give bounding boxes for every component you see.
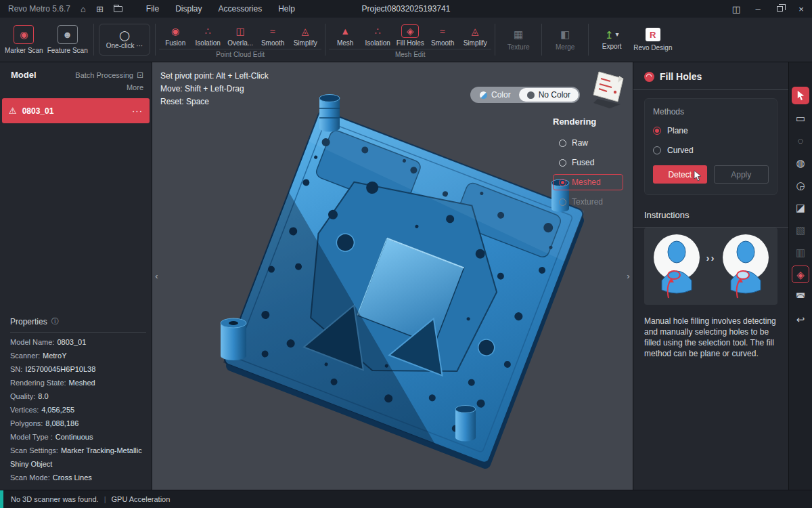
property-row: Polygons:8,088,186 <box>10 417 146 430</box>
model-list-item[interactable]: ⚠ 0803_01 ··· <box>2 98 150 123</box>
color-toggle[interactable]: Color No Color <box>470 87 580 103</box>
tool-fusion[interactable]: ◉ Fusion <box>159 24 191 47</box>
brush-select-tool[interactable]: ▧ <box>792 221 809 238</box>
fill-holes-strip-tool[interactable]: ◈ <box>792 266 809 283</box>
delete-select-tool[interactable]: ▥ <box>792 243 809 261</box>
rendering-title: Rendering <box>553 117 623 127</box>
tool-pc-simplify[interactable]: ◬ Simplify <box>289 24 321 47</box>
tool-mesh-smooth[interactable]: ≈ Smooth <box>426 24 459 47</box>
home-icon[interactable]: ⌂ <box>81 5 86 14</box>
simplify-icon: ◬ <box>302 26 309 36</box>
viewport-hints: Set pivot point: Alt + Left-Click Move: … <box>160 70 269 108</box>
export-icon: ↥ <box>605 30 614 40</box>
open-folder-icon[interactable] <box>114 6 122 12</box>
menu-display[interactable]: Display <box>175 4 202 14</box>
rendering-option-fused[interactable]: Fused <box>553 154 623 171</box>
close-button[interactable]: × <box>790 0 812 18</box>
menu-file[interactable]: File <box>146 4 159 14</box>
divider <box>633 89 788 90</box>
smooth-icon: ≈ <box>270 26 275 36</box>
rendering-option-meshed[interactable]: Meshed <box>553 174 623 190</box>
lasso-select-tool[interactable]: ◌ <box>792 131 809 149</box>
mesh-edit-group: ▲ Mesh ∴ Isolation ◈ Fill Holes ≈ Smooth… <box>329 18 491 62</box>
tool-mesh[interactable]: ▲ Mesh <box>329 24 361 47</box>
model-panel-title: Model <box>11 70 37 80</box>
panels-toggle-icon[interactable]: ◫ <box>725 0 747 18</box>
invert-select-tool[interactable]: ◪ <box>792 198 809 216</box>
rect-select-tool[interactable]: ▭ <box>792 109 809 127</box>
batch-processing-icon: ⊡ <box>137 70 143 80</box>
status-separator: | <box>104 495 106 503</box>
marker-scan-button[interactable]: ◉ Marker Scan <box>3 18 45 62</box>
property-row: Scanner:MetroY <box>10 349 146 362</box>
menu-accessories[interactable]: Accessories <box>219 4 263 14</box>
bridge-tool[interactable]: ◚ <box>792 288 809 305</box>
apply-button[interactable]: Apply <box>714 165 769 184</box>
undo-tool[interactable]: ↩ <box>792 310 809 328</box>
tool-mesh-simplify[interactable]: ◬ Simplify <box>459 24 491 47</box>
restore-button[interactable] <box>769 0 790 18</box>
fill-holes-panel: Fill Holes Methods Plane Curved Detect <box>633 62 788 490</box>
texture-button[interactable]: ▦ Texture <box>499 18 538 62</box>
fill-holes-panel-title: Fill Holes <box>660 71 702 82</box>
minimize-button[interactable]: – <box>747 0 769 18</box>
bust-after-image <box>719 230 773 302</box>
collapse-right-panel[interactable]: › <box>624 264 633 289</box>
mold-plate[interactable] <box>221 110 587 470</box>
toolbar-separator <box>155 24 156 56</box>
toolbar-separator <box>93 24 94 56</box>
instructions-title: Instructions <box>644 210 777 220</box>
no-color-option[interactable]: No Color <box>519 88 579 102</box>
item-menu-icon[interactable]: ··· <box>132 106 143 116</box>
scanner-status: No 3D scanner was found. <box>11 495 99 503</box>
chevron-down-icon[interactable]: ▾ <box>615 31 618 38</box>
collapse-left-panel[interactable]: ‹ <box>152 264 161 289</box>
model-panel: Model Batch Processing ⊡ More ⚠ 0803_01 … <box>0 62 152 490</box>
radio-icon <box>559 179 566 186</box>
radio-icon <box>559 198 566 206</box>
property-row: Model Type :Continuous <box>10 430 146 444</box>
view-gizmo-paper[interactable] <box>589 66 629 110</box>
toolbar-separator <box>325 24 325 56</box>
detect-button[interactable]: Detect <box>653 165 707 184</box>
more-link[interactable]: More <box>0 81 152 98</box>
new-project-icon[interactable]: ⊞ <box>96 5 104 14</box>
method-curved[interactable]: Curved <box>653 146 769 155</box>
rendering-option-raw[interactable]: Raw <box>553 135 623 151</box>
info-icon[interactable]: ⓘ <box>51 316 59 326</box>
isolation-icon: ∴ <box>205 26 211 36</box>
feature-scan-button[interactable]: ☻ Feature Scan <box>45 18 90 62</box>
invert-select-icon: ◪ <box>796 203 805 213</box>
sphere-select-tool[interactable]: ◶ <box>792 176 809 194</box>
arrow-separator: ›› <box>706 252 716 263</box>
cursor-icon <box>796 90 805 101</box>
pin-left-boss <box>221 318 246 360</box>
mesh-edit-label: Mesh Edit <box>329 49 491 58</box>
bust-before-image <box>650 230 704 302</box>
select-cursor-tool[interactable] <box>792 87 809 104</box>
radio-icon <box>559 140 566 147</box>
one-click-button[interactable]: ◯ One-click ··· <box>99 24 150 56</box>
hint-move: Move: Shift + Left-Drag <box>160 83 269 96</box>
point-cloud-edit-label: Point Cloud Edit <box>159 49 321 58</box>
rendering-option-textured[interactable]: Textured <box>553 194 623 210</box>
method-plane[interactable]: Plane <box>653 126 769 135</box>
divider <box>10 332 146 333</box>
export-button[interactable]: ↥ ▾ Export <box>592 18 631 62</box>
menu-help[interactable]: Help <box>278 4 295 14</box>
app-window: Revo Metro 5.6.7 ⌂ ⊞ File Display Access… <box>0 0 812 508</box>
tool-mesh-isolation[interactable]: ∴ Isolation <box>361 24 394 47</box>
bubble-select-tool[interactable]: ◍ <box>792 154 809 171</box>
hint-pivot: Set pivot point: Alt + Left-Click <box>160 70 269 83</box>
batch-processing-button[interactable]: Batch Processing ⊡ <box>75 70 143 80</box>
properties-section: Properties ⓘ Model Name:0803_01 Scanner:… <box>10 316 146 484</box>
merge-button[interactable]: ◧ Merge <box>545 18 585 62</box>
tool-pc-smooth[interactable]: ≈ Smooth <box>256 24 289 47</box>
color-option[interactable]: Color <box>472 88 519 102</box>
tool-overlap[interactable]: ◫ Overla... <box>224 24 256 47</box>
revo-design-button[interactable]: R Revo Design <box>631 18 674 62</box>
restore-icon <box>777 6 783 12</box>
tool-pc-isolation[interactable]: ∴ Isolation <box>191 24 224 47</box>
viewport-3d[interactable]: Set pivot point: Alt + Left-Click Move: … <box>152 62 633 490</box>
tool-fill-holes[interactable]: ◈ Fill Holes <box>394 24 426 47</box>
